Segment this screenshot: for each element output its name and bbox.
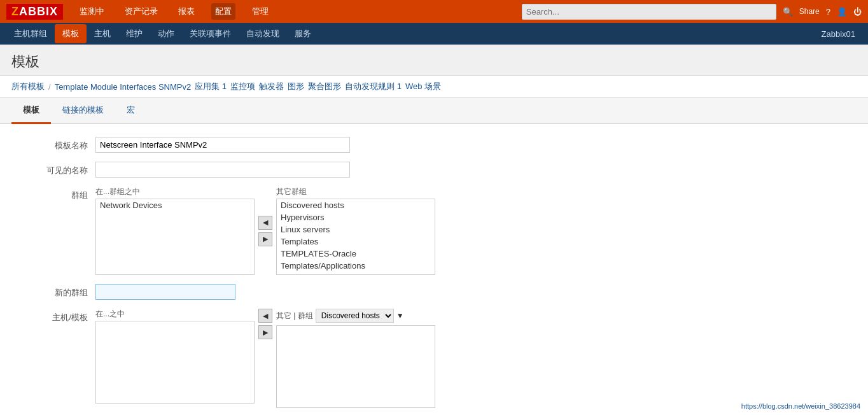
in-groups-list[interactable]: Network Devices <box>95 199 255 275</box>
in-groups-column: 在...群组之中 Network Devices <box>95 186 255 275</box>
user-icon[interactable]: 👤 <box>837 7 847 17</box>
breadcrumb-graph[interactable]: 图形 <box>288 81 304 92</box>
template-name-label: 模板名称 <box>19 137 95 151</box>
tab-template[interactable]: 模板 <box>11 98 51 124</box>
breadcrumb-appset[interactable]: 应用集 1 <box>195 81 227 92</box>
new-group-label: 新的群组 <box>19 284 95 299</box>
other-groups-list[interactable]: Discovered hosts Hypervisors Linux serve… <box>276 199 435 275</box>
visible-name-control <box>95 162 849 178</box>
breadcrumb-web-scenario[interactable]: Web 场景 <box>405 81 441 92</box>
breadcrumb: 所有模板 / Template Module Interfaces SNMPv2… <box>0 76 868 98</box>
page-title: 模板 <box>0 45 868 76</box>
host-group-dropdown-icon[interactable]: ▼ <box>396 311 404 320</box>
new-group-row: 新的群组 <box>19 284 849 300</box>
logo-z: Z <box>11 5 19 18</box>
groups-container: 在...群组之中 Network Devices ◀ ▶ 其它群组 Discov… <box>95 186 435 275</box>
visible-name-input[interactable] <box>95 162 350 178</box>
other-group-item-4[interactable]: TEMPLATES-Oracle <box>277 248 435 260</box>
bottom-link[interactable]: https://blog.csdn.net/weixin_38623984 <box>741 402 860 410</box>
share-button[interactable]: Share <box>799 7 820 16</box>
group-arrow-buttons: ◀ ▶ <box>258 216 272 246</box>
nav-config[interactable]: 配置 <box>211 3 235 20</box>
sec-nav-templates[interactable]: 模板 <box>55 24 87 43</box>
breadcrumb-composite[interactable]: 聚合图形 <box>308 81 341 92</box>
new-group-control <box>95 284 849 300</box>
secondary-navigation: 主机群组 模板 主机 维护 动作 关联项事件 自动发现 服务 Zabbix01 <box>0 23 868 45</box>
other-group-item-0[interactable]: Discovered hosts <box>277 199 435 211</box>
sec-nav-hosts[interactable]: 主机 <box>87 24 118 43</box>
host-template-row: 主机/模板 在...之中 ◀ ▶ 其它 | 群组 Discovered host… <box>19 309 849 408</box>
sec-nav-actions[interactable]: 动作 <box>150 24 182 43</box>
breadcrumb-all-templates[interactable]: 所有模板 <box>11 81 45 92</box>
host-move-left-button[interactable]: ◀ <box>258 309 272 323</box>
move-right-button[interactable]: ▶ <box>258 232 272 246</box>
search-input[interactable] <box>522 4 776 20</box>
breadcrumb-template-module[interactable]: Template Module Interfaces SNMPv2 <box>55 82 192 92</box>
groups-row: 群组 在...群组之中 Network Devices ◀ ▶ 其它群组 Dis… <box>19 186 849 275</box>
tab-bar: 模板 链接的模板 宏 <box>0 98 868 124</box>
template-name-control <box>95 137 849 153</box>
other-hosts-column: 其它 | 群组 Discovered hostsNetwork DevicesT… <box>276 309 435 408</box>
sec-nav-services[interactable]: 服务 <box>287 24 319 43</box>
sec-nav-corr-events[interactable]: 关联项事件 <box>182 24 239 43</box>
sec-nav-maintenance[interactable]: 维护 <box>118 24 150 43</box>
move-left-button[interactable]: ◀ <box>258 216 272 230</box>
sec-nav-user: Zabbix01 <box>822 29 862 39</box>
host-group-select[interactable]: Discovered hostsNetwork DevicesTemplates… <box>316 309 394 323</box>
other-hosts-list[interactable] <box>276 325 435 408</box>
in-hosts-label: 在...之中 <box>95 309 255 321</box>
other-groups-label: 其它群组 <box>276 186 435 199</box>
help-icon[interactable]: ? <box>826 7 830 17</box>
host-filter: 其它 | 群组 Discovered hostsNetwork DevicesT… <box>276 309 435 323</box>
nav-monitor[interactable]: 监测中 <box>76 3 108 20</box>
host-move-right-button[interactable]: ▶ <box>258 325 272 339</box>
content-area: 模板名称 可见的名称 群组 在...群组之中 Network Devices ◀… <box>0 124 868 415</box>
visible-name-label: 可见的名称 <box>19 162 95 176</box>
top-nav-right: 🔍 Share ? 👤 ⏻ <box>522 4 862 20</box>
in-hosts-column: 在...之中 <box>95 309 255 404</box>
sec-nav-discovery[interactable]: 自动发现 <box>239 24 287 43</box>
host-arrow-buttons: ◀ ▶ <box>258 309 272 339</box>
in-hosts-list[interactable] <box>95 321 255 404</box>
other-group-item-2[interactable]: Linux servers <box>277 223 435 236</box>
other-group-item-3[interactable]: Templates <box>277 236 435 248</box>
logo-abbix: ABBIX <box>19 5 58 18</box>
other-hosts-label: 其它 | 群组 <box>276 311 313 321</box>
other-group-item-1[interactable]: Hypervisors <box>277 211 435 223</box>
template-name-row: 模板名称 <box>19 137 849 153</box>
nav-reports[interactable]: 报表 <box>174 3 199 20</box>
power-icon[interactable]: ⏻ <box>853 7 862 17</box>
breadcrumb-trigger[interactable]: 触发器 <box>259 81 284 92</box>
groups-label: 群组 <box>19 186 95 201</box>
host-container: 在...之中 ◀ ▶ 其它 | 群组 Discovered hostsNetwo… <box>95 309 435 408</box>
top-nav-items: 监测中 资产记录 报表 配置 管理 <box>76 3 272 20</box>
tab-macros[interactable]: 宏 <box>115 98 146 124</box>
in-group-item-0[interactable]: Network Devices <box>96 199 254 211</box>
sec-nav-hostgroups[interactable]: 主机群组 <box>6 24 55 43</box>
other-group-item-6[interactable]: Templates/Databases <box>277 272 435 275</box>
tab-linked-templates[interactable]: 链接的模板 <box>51 98 115 124</box>
host-template-label: 主机/模板 <box>19 309 95 323</box>
nav-assets[interactable]: 资产记录 <box>121 3 162 20</box>
other-groups-column: 其它群组 Discovered hosts Hypervisors Linux … <box>276 186 435 275</box>
template-name-input[interactable] <box>95 137 350 153</box>
breadcrumb-sep-1: / <box>48 82 51 92</box>
breadcrumb-monitor[interactable]: 监控项 <box>230 81 255 92</box>
zabbix-logo[interactable]: ZABBIX <box>6 4 63 20</box>
breadcrumb-discovery-rule[interactable]: 自动发现规则 1 <box>345 81 402 92</box>
in-groups-label: 在...群组之中 <box>95 186 255 199</box>
other-group-item-5[interactable]: Templates/Applications <box>277 260 435 272</box>
new-group-input[interactable] <box>95 284 235 300</box>
search-icon[interactable]: 🔍 <box>783 7 793 17</box>
top-navigation: ZABBIX 监测中 资产记录 报表 配置 管理 🔍 Share ? 👤 ⏻ <box>0 0 868 23</box>
nav-admin[interactable]: 管理 <box>248 3 272 20</box>
visible-name-row: 可见的名称 <box>19 162 849 178</box>
